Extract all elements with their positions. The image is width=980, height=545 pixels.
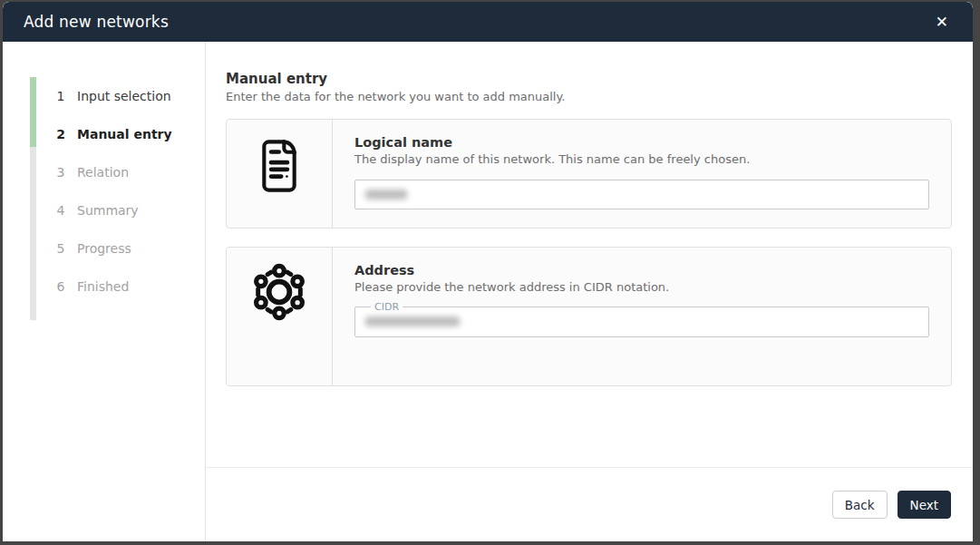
logical-name-input[interactable] — [354, 180, 929, 209]
document-icon — [253, 132, 306, 200]
cidr-input[interactable]: CIDR — [354, 301, 929, 337]
manual-entry-panel: Manual entry Enter the data for the netw… — [206, 42, 973, 467]
logical-name-description: The display name of this network. This n… — [354, 152, 929, 166]
logical-name-card: Logical name The display name of this ne… — [226, 119, 952, 229]
network-icon — [247, 260, 311, 324]
logical-name-title: Logical name — [354, 135, 929, 150]
step-input-selection[interactable]: 1 Input selection — [3, 77, 205, 115]
step-number: 2 — [54, 127, 67, 141]
address-icon-cell — [227, 248, 333, 385]
next-button[interactable]: Next — [898, 491, 951, 519]
wizard-sidebar: 1 Input selection 2 Manual entry 3 Relat… — [3, 42, 206, 541]
dialog-title: Add new networks — [24, 13, 169, 31]
redacted-value — [365, 316, 460, 326]
redacted-value — [365, 190, 407, 200]
step-relation[interactable]: 3 Relation — [3, 153, 205, 191]
step-manual-entry[interactable]: 2 Manual entry — [3, 115, 205, 153]
step-number: 6 — [54, 279, 67, 294]
step-label: Summary — [77, 203, 139, 218]
address-card: Address Please provide the network addre… — [226, 247, 952, 386]
step-label: Progress — [77, 241, 131, 256]
step-label: Manual entry — [77, 127, 172, 141]
step-progress[interactable]: 5 Progress — [3, 229, 205, 268]
page-subtitle: Enter the data for the network you want … — [226, 90, 952, 103]
close-icon[interactable]: ✕ — [932, 11, 952, 34]
add-networks-dialog: Add new networks ✕ 1 Input selection 2 M… — [3, 2, 973, 541]
window-frame: Add new networks ✕ 1 Input selection 2 M… — [0, 0, 980, 545]
step-number: 1 — [54, 89, 67, 103]
step-number: 4 — [54, 203, 67, 218]
page-title: Manual entry — [226, 71, 952, 87]
step-label: Finished — [77, 279, 129, 294]
logical-name-content: Logical name The display name of this ne… — [333, 120, 951, 228]
address-title: Address — [354, 263, 929, 277]
back-button[interactable]: Back — [832, 491, 888, 519]
dialog-header: Add new networks ✕ — [3, 2, 973, 42]
address-description: Please provide the network address in CI… — [354, 280, 929, 294]
wizard-steps: 1 Input selection 2 Manual entry 3 Relat… — [3, 77, 205, 306]
dialog-footer: Back Next — [206, 467, 973, 541]
step-label: Input selection — [77, 89, 171, 103]
step-number: 3 — [54, 165, 67, 180]
logical-name-icon-cell — [227, 120, 333, 228]
step-label: Relation — [77, 165, 129, 180]
main-pane: Manual entry Enter the data for the netw… — [206, 42, 973, 541]
cidr-label: CIDR — [371, 301, 403, 313]
step-number: 5 — [54, 241, 67, 256]
step-finished[interactable]: 6 Finished — [3, 268, 205, 306]
address-content: Address Please provide the network addre… — [333, 248, 951, 385]
step-summary[interactable]: 4 Summary — [3, 191, 205, 229]
